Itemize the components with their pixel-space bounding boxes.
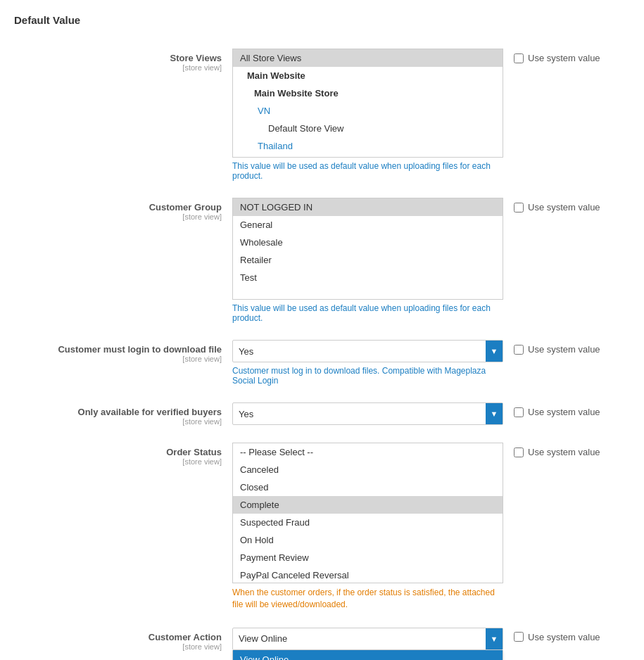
customer-group-hint: This value will be used as default value… bbox=[232, 303, 503, 323]
must-login-arrow-icon: ▼ bbox=[486, 341, 503, 362]
customer-group-sub-label: [store view] bbox=[14, 212, 222, 221]
store-views-system-col: Use system value bbox=[503, 49, 630, 63]
must-login-sub-label: [store view] bbox=[14, 355, 222, 363]
customer-action-row: Customer Action [store view] View Online… bbox=[0, 619, 644, 659]
verified-buyers-arrow-icon: ▼ bbox=[486, 403, 503, 424]
customer-action-field: View Online ▼ View Online Download bbox=[232, 628, 503, 650]
customer-group-field: NOT LOGGED IN General Wholesale Retailer… bbox=[232, 198, 503, 323]
store-views-system-label: Use system value bbox=[528, 53, 600, 63]
must-login-system-col: Use system value bbox=[503, 340, 630, 355]
must-login-label: Customer must login to download file bbox=[14, 344, 222, 355]
customer-action-system-col: Use system value bbox=[503, 628, 630, 642]
store-views-row: Store Views [store view] All Store Views… bbox=[0, 40, 644, 189]
customer-group-item-retailer[interactable]: Retailer bbox=[233, 251, 503, 269]
order-status-sub-label: [store view] bbox=[14, 457, 222, 466]
verified-buyers-row: Only available for verified buyers [stor… bbox=[0, 394, 644, 434]
store-views-label-col: Store Views [store view] bbox=[14, 49, 232, 72]
order-status-field: -- Please Select -- Canceled Closed Comp… bbox=[232, 443, 503, 611]
must-login-dropdown[interactable]: Yes ▼ bbox=[232, 340, 503, 362]
must-login-row: Customer must login to download file [st… bbox=[0, 331, 644, 394]
order-status-item-suspected-fraud[interactable]: Suspected Fraud bbox=[233, 514, 503, 531]
store-views-hint: This value will be used as default value… bbox=[232, 161, 503, 181]
store-views-listbox[interactable]: All Store Views Main Website Main Websit… bbox=[232, 49, 503, 158]
store-views-field: All Store Views Main Website Main Websit… bbox=[232, 49, 503, 181]
store-views-item-main-website[interactable]: Main Website bbox=[233, 67, 503, 84]
customer-action-arrow-icon: ▼ bbox=[486, 628, 503, 649]
store-views-item-main-website-store[interactable]: Main Website Store bbox=[233, 84, 503, 102]
verified-buyers-system-col: Use system value bbox=[503, 402, 630, 417]
verified-buyers-system-label: Use system value bbox=[528, 407, 600, 417]
customer-action-menu[interactable]: View Online Download bbox=[232, 650, 503, 660]
order-status-item-paypal-canceled[interactable]: PayPal Canceled Reversal bbox=[233, 566, 503, 583]
customer-action-option-view-online[interactable]: View Online bbox=[233, 650, 503, 660]
order-status-label-col: Order Status [store view] bbox=[14, 443, 232, 466]
customer-group-system-col: Use system value bbox=[503, 198, 630, 212]
store-views-item-thailand[interactable]: Thailand bbox=[233, 137, 503, 155]
customer-action-label-col: Customer Action [store view] bbox=[14, 628, 232, 651]
page-title: Default Value bbox=[0, 14, 644, 40]
customer-action-system-checkbox[interactable] bbox=[514, 632, 524, 642]
verified-buyers-field: Yes ▼ bbox=[232, 402, 503, 425]
verified-buyers-label: Only available for verified buyers bbox=[14, 407, 222, 417]
verified-buyers-label-col: Only available for verified buyers [stor… bbox=[14, 402, 232, 426]
verified-buyers-system-checkbox[interactable] bbox=[514, 407, 524, 417]
order-status-item-closed[interactable]: Closed bbox=[233, 478, 503, 496]
customer-action-sub-label: [store view] bbox=[14, 642, 222, 651]
customer-action-value: View Online bbox=[239, 633, 287, 644]
customer-group-item-not-logged[interactable]: NOT LOGGED IN bbox=[233, 198, 503, 216]
must-login-field: Yes ▼ Customer must log in to download f… bbox=[232, 340, 503, 386]
customer-action-dropdown-wrapper: View Online ▼ View Online Download bbox=[232, 628, 503, 650]
order-status-system-col: Use system value bbox=[503, 443, 630, 457]
customer-group-item-test[interactable]: Test bbox=[233, 269, 503, 286]
must-login-hint: Customer must log in to download files. … bbox=[232, 366, 503, 386]
must-login-label-col: Customer must login to download file [st… bbox=[14, 340, 232, 363]
customer-action-label: Customer Action bbox=[14, 632, 222, 642]
order-status-item-on-hold[interactable]: On Hold bbox=[233, 531, 503, 549]
customer-group-item-general[interactable]: General bbox=[233, 216, 503, 234]
store-views-system-checkbox[interactable] bbox=[514, 53, 524, 63]
order-status-system-checkbox[interactable] bbox=[514, 448, 524, 457]
order-status-item-payment-review[interactable]: Payment Review bbox=[233, 549, 503, 566]
order-status-item-canceled[interactable]: Canceled bbox=[233, 461, 503, 478]
verified-buyers-value: Yes bbox=[239, 409, 253, 419]
must-login-system-checkbox[interactable] bbox=[514, 345, 524, 355]
order-status-listbox[interactable]: -- Please Select -- Canceled Closed Comp… bbox=[232, 443, 503, 583]
customer-group-listbox[interactable]: NOT LOGGED IN General Wholesale Retailer… bbox=[232, 198, 503, 300]
verified-buyers-sub-label: [store view] bbox=[14, 417, 222, 426]
store-views-sub-label: [store view] bbox=[14, 63, 222, 72]
order-status-hint: When the customer orders, if the order s… bbox=[232, 587, 503, 611]
store-views-label: Store Views bbox=[14, 53, 222, 63]
customer-group-system-label: Use system value bbox=[528, 202, 600, 212]
order-status-system-label: Use system value bbox=[528, 447, 600, 457]
customer-group-row: Customer Group [store view] NOT LOGGED I… bbox=[0, 189, 644, 331]
customer-group-item-wholesale[interactable]: Wholesale bbox=[233, 234, 503, 251]
store-views-item-all[interactable]: All Store Views bbox=[233, 49, 503, 67]
customer-group-label-col: Customer Group [store view] bbox=[14, 198, 232, 221]
customer-group-label: Customer Group bbox=[14, 202, 222, 212]
customer-action-dropdown[interactable]: View Online ▼ bbox=[232, 628, 503, 650]
verified-buyers-dropdown[interactable]: Yes ▼ bbox=[232, 402, 503, 425]
order-status-row: Order Status [store view] -- Please Sele… bbox=[0, 434, 644, 619]
store-views-item-vn[interactable]: VN bbox=[233, 102, 503, 120]
order-status-hint-text: When the customer orders, if the order s… bbox=[232, 588, 495, 609]
must-login-system-label: Use system value bbox=[528, 344, 600, 355]
customer-action-system-label: Use system value bbox=[528, 632, 600, 642]
verified-buyers-dropdown-wrapper: Yes ▼ bbox=[232, 402, 503, 425]
order-status-item-complete[interactable]: Complete bbox=[233, 496, 503, 514]
store-views-item-default-store[interactable]: Default Store View bbox=[233, 120, 503, 137]
order-status-item-please-select[interactable]: -- Please Select -- bbox=[233, 443, 503, 461]
must-login-hint-text: Customer must log in to download files. bbox=[232, 366, 379, 376]
customer-group-system-checkbox[interactable] bbox=[514, 203, 524, 212]
must-login-dropdown-wrapper: Yes ▼ bbox=[232, 340, 503, 362]
order-status-label: Order Status bbox=[14, 447, 222, 457]
must-login-value: Yes bbox=[239, 346, 253, 357]
